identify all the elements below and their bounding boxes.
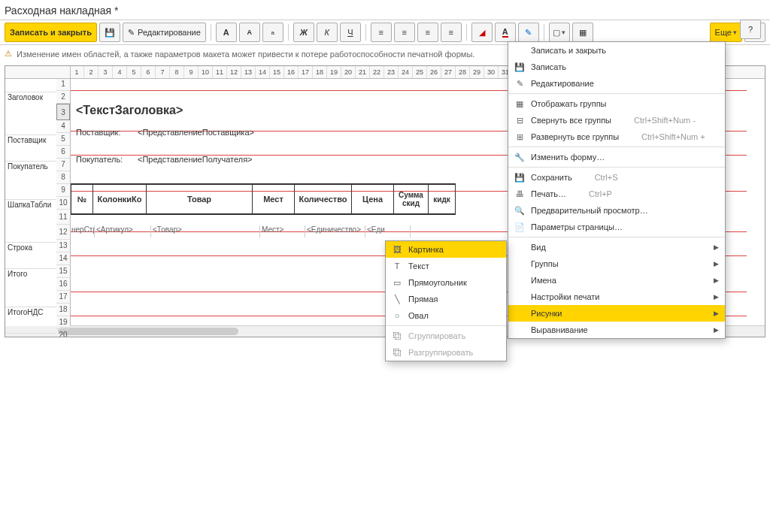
scrollbar-thumb[interactable] xyxy=(58,328,238,335)
bold-button[interactable]: Ж xyxy=(293,23,314,42)
col-header[interactable]: 24 xyxy=(399,66,413,78)
col-header[interactable]: 23 xyxy=(384,66,399,78)
row-header[interactable]: 13 xyxy=(56,240,70,252)
col-header[interactable]: 6 xyxy=(141,66,156,78)
col-header[interactable]: 9 xyxy=(184,66,199,78)
col-header[interactable]: 18 xyxy=(313,66,327,78)
align-center-button[interactable]: ≡ xyxy=(394,23,415,42)
row-header[interactable]: 11 xyxy=(56,210,70,225)
col-header[interactable]: 19 xyxy=(327,66,341,78)
menu-item[interactable]: ○Овал xyxy=(386,307,506,324)
col-header[interactable]: 5 xyxy=(127,66,141,78)
align-left-button[interactable]: ≡ xyxy=(371,23,392,42)
menu-item[interactable]: Записать и закрыть xyxy=(508,42,725,59)
col-header[interactable]: 2 xyxy=(84,66,99,78)
col-header[interactable]: 10 xyxy=(199,66,213,78)
menu-item[interactable]: Имена▶ xyxy=(508,272,725,289)
edit-button[interactable]: ✎Редактирование xyxy=(123,23,206,42)
buyer-label[interactable]: Покупатель: xyxy=(76,155,123,164)
row-header[interactable]: 15 xyxy=(56,265,70,278)
row-header[interactable]: 1 xyxy=(56,78,70,91)
row-header[interactable]: 3 xyxy=(56,104,70,120)
row-header[interactable]: 18 xyxy=(56,304,70,316)
merge-button[interactable]: ▦ xyxy=(572,23,593,42)
row-header[interactable]: 5 xyxy=(56,133,70,146)
menu-item[interactable]: TТекст xyxy=(386,258,506,274)
menu-item[interactable]: Настройки печати▶ xyxy=(508,289,725,305)
menu-item[interactable]: Выравнивание▶ xyxy=(508,322,725,338)
row-header[interactable]: 16 xyxy=(56,278,70,291)
menu-item[interactable]: ▭Прямоугольник xyxy=(386,274,506,291)
menu-item[interactable]: 💾СохранитьCtrl+S xyxy=(508,169,725,186)
menu-item[interactable]: Рисунки▶ xyxy=(508,305,725,322)
menu-item[interactable]: ⊟Свернуть все группыCtrl+Shift+Num - xyxy=(508,112,725,128)
menu-item[interactable]: ✎Редактирование xyxy=(508,75,725,92)
col-header[interactable]: 13 xyxy=(241,66,256,78)
col-header[interactable]: 8 xyxy=(170,66,184,78)
row-header[interactable]: 19 xyxy=(56,316,70,329)
row-header[interactable]: 9 xyxy=(56,184,70,197)
save-button[interactable]: 💾 xyxy=(99,23,120,42)
menu-item[interactable]: 📄Параметры страницы… xyxy=(508,219,725,235)
row-header[interactable]: 17 xyxy=(56,291,70,304)
col-header[interactable]: 4 xyxy=(113,66,127,78)
row-numbers[interactable]: 123456789101112131415161718192021 xyxy=(56,78,71,326)
font-bigger-button[interactable]: A xyxy=(216,23,237,42)
align-right-button[interactable]: ≡ xyxy=(417,23,438,42)
underline-button[interactable]: Ч xyxy=(340,23,361,42)
col-header[interactable]: 7 xyxy=(156,66,170,78)
more-button[interactable]: Еще▾ xyxy=(710,23,742,42)
row-header[interactable]: 12 xyxy=(56,225,70,240)
table-header-row[interactable]: № КолонкиКо Товар Мест Количество Цена С… xyxy=(70,183,456,215)
row-header[interactable]: 10 xyxy=(56,197,70,210)
supplier-label[interactable]: Поставщик: xyxy=(76,128,120,137)
menu-item[interactable]: 💾Записать xyxy=(508,59,725,75)
title-template-text[interactable]: <ТекстЗаголовка> xyxy=(76,104,183,117)
font-smaller-button[interactable]: A xyxy=(239,23,260,42)
row-header[interactable]: 14 xyxy=(56,252,70,265)
col-header[interactable]: 20 xyxy=(341,66,356,78)
col-header[interactable]: 12 xyxy=(227,66,241,78)
supplier-value[interactable]: <ПредставлениеПоставщика> xyxy=(138,128,254,137)
align-justify-button[interactable]: ≡ xyxy=(441,23,462,42)
save-close-button[interactable]: Записать и закрыть xyxy=(5,23,97,42)
help-top-button[interactable]: ? xyxy=(740,20,761,39)
row-header[interactable]: 2 xyxy=(56,91,70,104)
row-header[interactable]: 7 xyxy=(56,159,70,171)
col-header[interactable]: 21 xyxy=(356,66,370,78)
col-header[interactable]: 16 xyxy=(284,66,299,78)
col-header[interactable]: 3 xyxy=(99,66,113,78)
col-header[interactable]: 28 xyxy=(456,66,470,78)
row-header[interactable]: 8 xyxy=(56,171,70,184)
menu-item[interactable]: 🖶Печать…Ctrl+P xyxy=(508,186,725,202)
menu-item[interactable]: ⊞Развернуть все группыCtrl+Shift+Num + xyxy=(508,128,725,145)
menu-item[interactable]: Группы▶ xyxy=(508,255,725,272)
col-header[interactable]: 30 xyxy=(484,66,499,78)
menu-item[interactable]: 🔧Изменить форму… xyxy=(508,149,725,165)
row-header[interactable]: 6 xyxy=(56,146,70,159)
col-header[interactable]: 27 xyxy=(441,66,456,78)
border-color-button[interactable]: ✎ xyxy=(518,23,539,42)
col-header[interactable]: 29 xyxy=(470,66,484,78)
col-header[interactable]: 26 xyxy=(427,66,441,78)
bg-color-button[interactable]: ◢ xyxy=(471,23,493,42)
buyer-value[interactable]: <ПредставлениеПолучателя> xyxy=(138,155,253,164)
row-header[interactable]: 20 xyxy=(56,329,70,337)
col-header[interactable]: 25 xyxy=(413,66,427,78)
borders-button[interactable]: ▢▾ xyxy=(549,23,570,42)
col-header[interactable]: 11 xyxy=(213,66,227,78)
menu-item[interactable]: ▦Отображать группы xyxy=(508,95,725,112)
menu-item[interactable]: Вид▶ xyxy=(508,239,725,255)
text-color-button[interactable]: А xyxy=(495,23,516,42)
col-header[interactable]: 1 xyxy=(70,66,84,78)
italic-button[interactable]: К xyxy=(317,23,338,42)
menu-item[interactable]: 🖼Картинка xyxy=(386,241,506,258)
font-case-button[interactable]: a xyxy=(262,23,283,42)
table-data-row[interactable]: нерСтр <Артикул> <Товар> Мест> <Единичес… xyxy=(70,225,411,237)
menu-item[interactable]: 🔍Предварительный просмотр… xyxy=(508,202,725,219)
col-header[interactable]: 15 xyxy=(270,66,284,78)
col-header[interactable]: 14 xyxy=(256,66,270,78)
col-header[interactable]: 22 xyxy=(370,66,384,78)
row-header[interactable]: 4 xyxy=(56,120,70,133)
menu-item[interactable]: ╲Прямая xyxy=(386,291,506,307)
